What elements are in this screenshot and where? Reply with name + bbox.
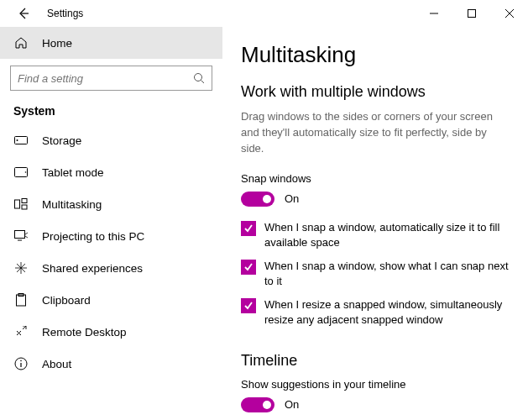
minimize-button[interactable] bbox=[415, 0, 452, 27]
sidebar-item-about[interactable]: About bbox=[0, 348, 222, 380]
remote-desktop-icon bbox=[13, 324, 29, 339]
sidebar-item-label: Storage bbox=[42, 134, 81, 147]
close-icon bbox=[505, 9, 514, 18]
svg-point-3 bbox=[17, 139, 18, 141]
snap-windows-state: On bbox=[285, 192, 299, 205]
tablet-icon bbox=[13, 165, 29, 180]
sidebar-item-label: About bbox=[42, 358, 71, 370]
section-description: Drag windows to the sides or corners of … bbox=[241, 109, 511, 157]
sidebar-home-label: Home bbox=[42, 37, 72, 50]
minimize-icon bbox=[430, 9, 438, 18]
sidebar-item-projecting[interactable]: Projecting to this PC bbox=[0, 220, 222, 252]
sidebar-item-label: Shared experiences bbox=[42, 262, 143, 275]
projecting-icon bbox=[13, 228, 29, 244]
sidebar-item-multitasking[interactable]: Multitasking bbox=[0, 188, 222, 220]
sidebar-item-tablet-mode[interactable]: Tablet mode bbox=[0, 156, 222, 188]
storage-icon bbox=[13, 133, 29, 148]
sidebar-item-label: Multitasking bbox=[42, 198, 102, 211]
check-row-adjacent-resize: When I resize a snapped window, simultan… bbox=[241, 297, 511, 328]
search-icon bbox=[193, 72, 205, 84]
timeline-toggle-row: On bbox=[241, 397, 511, 412]
svg-rect-9 bbox=[15, 231, 25, 239]
timeline-section: Timeline Show suggestions in your timeli… bbox=[241, 352, 511, 412]
home-icon bbox=[13, 35, 29, 50]
svg-rect-6 bbox=[15, 200, 20, 208]
check-icon bbox=[243, 262, 254, 272]
sidebar: Home System Storage Tablet mode Multitas… bbox=[0, 27, 222, 420]
about-icon bbox=[13, 356, 29, 371]
check-icon bbox=[243, 223, 254, 234]
check-label: When I snap a window, automatically size… bbox=[264, 220, 511, 250]
sidebar-item-storage[interactable]: Storage bbox=[0, 124, 222, 156]
svg-rect-0 bbox=[468, 10, 475, 18]
close-button[interactable] bbox=[490, 0, 528, 27]
check-row-autosize: When I snap a window, automatically size… bbox=[241, 220, 511, 250]
checkbox-adjacent-resize[interactable] bbox=[241, 298, 256, 313]
sidebar-item-label: Projecting to this PC bbox=[42, 230, 144, 243]
multitasking-icon bbox=[13, 197, 29, 212]
check-label: When I resize a snapped window, simultan… bbox=[264, 297, 511, 328]
clipboard-icon bbox=[13, 292, 29, 307]
svg-rect-8 bbox=[22, 205, 27, 209]
sidebar-item-shared-experiences[interactable]: Shared experiences bbox=[0, 252, 222, 284]
svg-point-1 bbox=[195, 74, 202, 81]
search-box[interactable] bbox=[10, 66, 212, 91]
svg-point-13 bbox=[20, 360, 22, 362]
checkbox-snap-assist[interactable] bbox=[241, 260, 256, 275]
toggle-knob bbox=[263, 401, 271, 409]
svg-point-5 bbox=[25, 171, 27, 173]
svg-rect-7 bbox=[22, 199, 27, 203]
content-area: Home System Storage Tablet mode Multitas… bbox=[0, 27, 528, 420]
snap-windows-label: Snap windows bbox=[241, 172, 511, 185]
sidebar-item-label: Remote Desktop bbox=[42, 326, 127, 339]
check-row-snap-assist: When I snap a window, show what I can sn… bbox=[241, 259, 511, 289]
window-controls bbox=[415, 0, 528, 27]
back-button[interactable] bbox=[7, 0, 40, 27]
maximize-button[interactable] bbox=[452, 0, 490, 27]
timeline-toggle[interactable] bbox=[241, 397, 274, 412]
sidebar-item-label: Tablet mode bbox=[42, 166, 104, 179]
sidebar-section-header: System bbox=[0, 99, 222, 124]
snap-windows-toggle-row: On bbox=[241, 192, 511, 207]
timeline-suggestions-label: Show suggestions in your timeline bbox=[241, 378, 511, 391]
section-heading-windows: Work with multiple windows bbox=[241, 83, 511, 101]
timeline-state: On bbox=[285, 398, 299, 411]
maximize-icon bbox=[468, 9, 476, 18]
shared-icon bbox=[13, 260, 29, 276]
sidebar-home[interactable]: Home bbox=[0, 27, 222, 59]
arrow-left-icon bbox=[18, 8, 29, 19]
snap-windows-toggle[interactable] bbox=[241, 192, 274, 207]
titlebar: Settings bbox=[0, 0, 528, 27]
search-input[interactable] bbox=[18, 72, 193, 85]
checkbox-autosize[interactable] bbox=[241, 221, 256, 236]
main-panel: Multitasking Work with multiple windows … bbox=[222, 27, 528, 420]
sidebar-item-remote-desktop[interactable]: Remote Desktop bbox=[0, 316, 222, 348]
window-title: Settings bbox=[47, 8, 83, 19]
page-title: Multitasking bbox=[241, 42, 511, 68]
sidebar-item-clipboard[interactable]: Clipboard bbox=[0, 284, 222, 316]
check-label: When I snap a window, show what I can sn… bbox=[264, 259, 511, 289]
search-wrap bbox=[0, 59, 222, 99]
toggle-knob bbox=[263, 195, 271, 203]
sidebar-item-label: Clipboard bbox=[42, 294, 91, 307]
check-icon bbox=[243, 301, 254, 311]
section-heading-timeline: Timeline bbox=[241, 352, 511, 370]
